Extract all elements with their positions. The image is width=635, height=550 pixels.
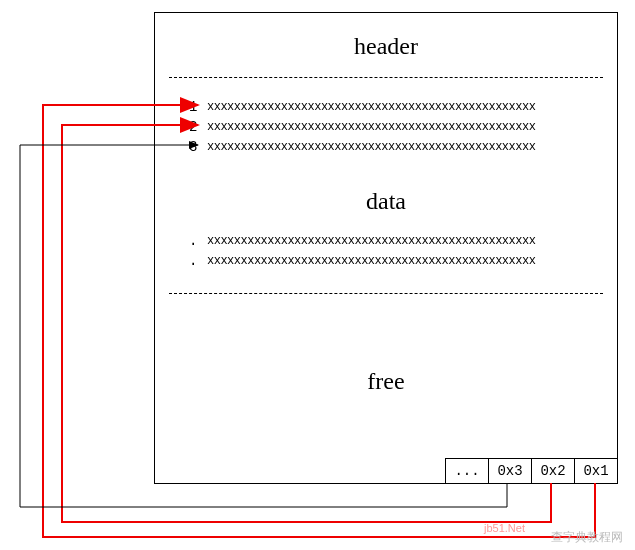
data-row: 1xxxxxxxxxxxxxxxxxxxxxxxxxxxxxxxxxxxxxxx… <box>181 99 535 115</box>
row-content: xxxxxxxxxxxxxxxxxxxxxxxxxxxxxxxxxxxxxxxx… <box>207 100 535 114</box>
free-section-label: free <box>155 368 617 395</box>
data-row: 3xxxxxxxxxxxxxxxxxxxxxxxxxxxxxxxxxxxxxxx… <box>181 139 535 155</box>
row-content: xxxxxxxxxxxxxxxxxxxxxxxxxxxxxxxxxxxxxxxx… <box>207 254 535 268</box>
offset-cell: 0x1 <box>574 458 618 484</box>
offset-cell-more: ... <box>445 458 489 484</box>
offset-array: ... 0x3 0x2 0x1 <box>446 458 618 484</box>
data-row: .xxxxxxxxxxxxxxxxxxxxxxxxxxxxxxxxxxxxxxx… <box>181 253 535 269</box>
row-number: . <box>181 233 197 249</box>
divider-data-free <box>169 293 603 294</box>
data-section-label: data <box>155 188 617 215</box>
offset-cell: 0x2 <box>531 458 575 484</box>
row-number: 3 <box>181 139 197 155</box>
data-row: 2xxxxxxxxxxxxxxxxxxxxxxxxxxxxxxxxxxxxxxx… <box>181 119 535 135</box>
row-content: xxxxxxxxxxxxxxxxxxxxxxxxxxxxxxxxxxxxxxxx… <box>207 234 535 248</box>
watermark: 查字典教程网 <box>551 529 623 546</box>
row-number: 2 <box>181 119 197 135</box>
data-row: .xxxxxxxxxxxxxxxxxxxxxxxxxxxxxxxxxxxxxxx… <box>181 233 535 249</box>
divider-header-data <box>169 77 603 78</box>
row-number: . <box>181 253 197 269</box>
row-content: xxxxxxxxxxxxxxxxxxxxxxxxxxxxxxxxxxxxxxxx… <box>207 140 535 154</box>
header-section-label: header <box>155 33 617 60</box>
row-number: 1 <box>181 99 197 115</box>
watermark-secondary: jb51.Net <box>484 522 525 534</box>
page-block: header 1xxxxxxxxxxxxxxxxxxxxxxxxxxxxxxxx… <box>154 12 618 484</box>
offset-cell: 0x3 <box>488 458 532 484</box>
row-content: xxxxxxxxxxxxxxxxxxxxxxxxxxxxxxxxxxxxxxxx… <box>207 120 535 134</box>
